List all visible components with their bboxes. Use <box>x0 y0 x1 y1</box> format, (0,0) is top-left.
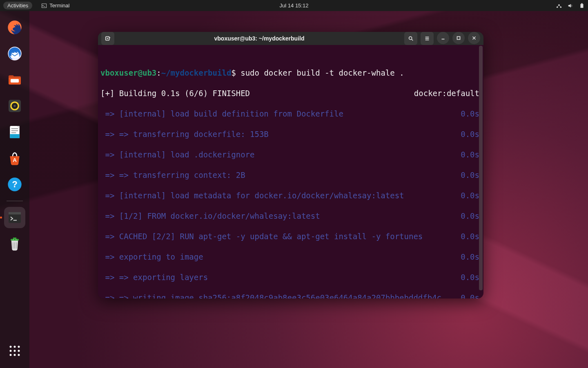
svg-rect-11 <box>11 79 19 82</box>
clock[interactable]: Jul 14 15:12 <box>280 2 309 9</box>
terminal-line: vboxuser@ub3:~/mydockerbuild$ sudo docke… <box>100 68 479 78</box>
svg-point-25 <box>13 239 14 240</box>
window-title: vboxuser@ub3: ~/mydockerbuild <box>117 35 402 42</box>
prompt-path: ~/mydockerbuild <box>161 68 232 77</box>
firefox-icon <box>7 19 23 36</box>
svg-point-32 <box>18 350 20 352</box>
prompt-sep: : <box>156 68 161 77</box>
svg-point-30 <box>10 350 12 352</box>
thunderbird-icon <box>7 45 23 62</box>
new-tab-button[interactable] <box>101 32 114 45</box>
build-step-text: => [1/2] FROM docker.io/docker/whalesay:… <box>100 211 320 221</box>
battery-icon <box>579 3 585 9</box>
svg-point-35 <box>18 354 20 356</box>
active-app-label: Terminal <box>49 2 69 9</box>
build-step-text: => => exporting layers <box>100 272 208 283</box>
files-icon <box>7 72 23 88</box>
search-button[interactable] <box>404 32 417 45</box>
build-step-text: => => writing image sha256:a8f2048c9ab8e… <box>100 293 441 298</box>
command-text: sudo docker build -t docker-whale . <box>241 68 404 77</box>
dock-files[interactable] <box>4 69 25 90</box>
svg-rect-17 <box>10 134 19 138</box>
dock-help[interactable]: ? <box>4 174 25 195</box>
build-step-time: 0.0s <box>461 129 479 139</box>
show-apps-icon <box>7 343 23 359</box>
maximize-icon <box>456 35 461 41</box>
svg-rect-22 <box>9 212 21 215</box>
build-step-text: => [internal] load metadata for docker.i… <box>100 191 404 201</box>
svg-point-27 <box>10 346 12 348</box>
menu-button[interactable] <box>421 32 434 45</box>
svg-rect-5 <box>581 4 584 8</box>
svg-text:?: ? <box>12 179 17 189</box>
build-step-time: 0.0s <box>461 252 479 262</box>
prompt-symbol: $ <box>231 68 236 77</box>
build-header: [+] Building 0.1s (6/6) FINISHEDdocker:d… <box>100 88 479 99</box>
close-icon <box>471 35 477 41</box>
build-step-time: 0.0s <box>461 191 479 201</box>
activities-button[interactable]: Activities <box>3 2 32 9</box>
svg-point-28 <box>14 346 16 348</box>
svg-point-37 <box>409 37 412 40</box>
svg-point-34 <box>14 354 16 356</box>
help-icon: ? <box>7 176 23 193</box>
command-text <box>236 68 241 77</box>
build-step-time: 0.0s <box>461 272 479 283</box>
build-step-time: 0.0s <box>461 231 479 242</box>
build-step: => => writing image sha256:a8f2048c9ab8e… <box>100 293 479 298</box>
build-step: => exporting to image0.0s <box>100 252 479 262</box>
build-step: => [1/2] FROM docker.io/docker/whalesay:… <box>100 211 479 221</box>
terminal-icon <box>7 209 23 226</box>
build-step-time: 0.0s <box>461 150 479 160</box>
dock-firefox[interactable] <box>4 17 25 38</box>
show-apps-button[interactable] <box>4 340 25 361</box>
build-step-time: 0.0s <box>461 170 479 180</box>
svg-rect-6 <box>581 3 583 4</box>
build-step-time: 0.0s <box>461 211 479 221</box>
minimize-button[interactable] <box>437 32 449 44</box>
build-step-text: => [internal] load .dockerignore <box>100 150 255 160</box>
svg-rect-1 <box>42 4 47 7</box>
trash-icon <box>7 236 23 252</box>
dock-thunderbird[interactable] <box>4 43 25 64</box>
maximize-button[interactable] <box>452 32 465 44</box>
svg-point-29 <box>18 346 20 348</box>
build-step: => [internal] load build definition from… <box>100 109 479 119</box>
terminal-window: vboxuser@ub3: ~/mydockerbuild vboxuser@u… <box>98 32 483 298</box>
build-step-text: => => transferring dockerfile: 153B <box>100 129 269 139</box>
active-app-indicator[interactable]: Terminal <box>41 2 69 9</box>
terminal-body[interactable]: vboxuser@ub3:~/mydockerbuild$ sudo docke… <box>98 45 483 298</box>
dock-rhythmbox[interactable] <box>4 95 25 117</box>
system-tray[interactable] <box>556 3 585 9</box>
build-step: => => transferring context: 2B0.0s <box>100 170 479 180</box>
build-step-text: => => transferring context: 2B <box>100 170 245 180</box>
build-step: => => transferring dockerfile: 153B0.0s <box>100 129 479 139</box>
writer-icon <box>7 124 23 140</box>
close-button[interactable] <box>468 32 480 44</box>
svg-rect-9 <box>11 53 18 58</box>
build-step-text: => exporting to image <box>100 252 203 262</box>
terminal-scrollbar[interactable] <box>479 46 483 290</box>
svg-rect-38 <box>457 37 460 40</box>
svg-rect-24 <box>13 238 16 239</box>
build-header-left: [+] Building 0.1s (6/6) FINISHED <box>100 88 250 99</box>
svg-point-26 <box>16 239 17 240</box>
dock-writer[interactable] <box>4 121 25 143</box>
top-bar: Activities Terminal Jul 14 15:12 <box>0 0 588 11</box>
build-step: => => exporting layers0.0s <box>100 272 479 283</box>
terminal-small-icon <box>41 3 47 9</box>
volume-icon <box>568 3 573 9</box>
svg-point-31 <box>14 350 16 352</box>
build-step: => CACHED [2/2] RUN apt-get -y update &&… <box>100 231 479 242</box>
svg-text:A: A <box>13 157 17 163</box>
build-step-text: => CACHED [2/2] RUN apt-get -y update &&… <box>100 231 423 242</box>
build-header-right: docker:default <box>414 88 479 99</box>
dock-terminal[interactable] <box>4 207 25 228</box>
dock-trash[interactable] <box>4 233 25 254</box>
terminal-titlebar[interactable]: vboxuser@ub3: ~/mydockerbuild <box>98 32 483 45</box>
dock-software[interactable]: A <box>4 148 25 169</box>
dock-separator <box>7 201 23 201</box>
minimize-icon <box>440 35 446 41</box>
svg-point-15 <box>14 105 16 107</box>
svg-point-33 <box>10 354 12 356</box>
